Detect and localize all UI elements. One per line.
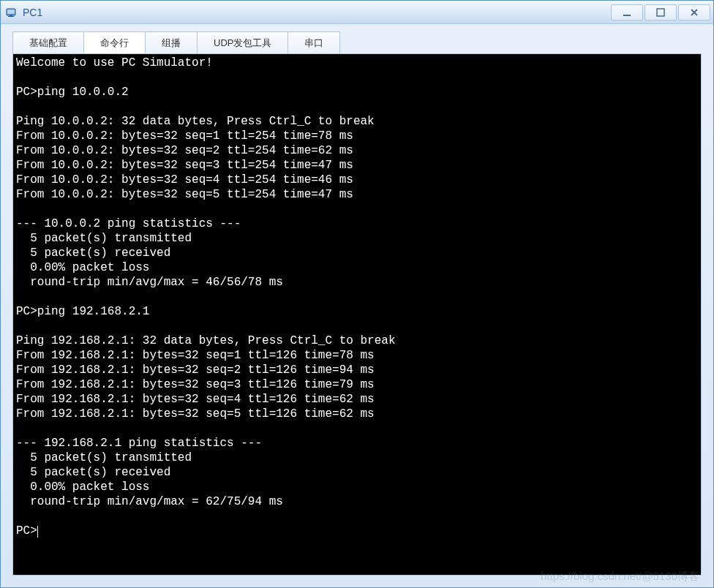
minimize-button[interactable] — [611, 4, 643, 20]
app-icon — [4, 5, 18, 20]
application-window: PC1 基础配置 命令行 组播 UDP发包工具 串口 Welcome to us… — [0, 0, 714, 588]
tab-multicast[interactable]: 组播 — [145, 31, 198, 53]
terminal-output[interactable]: Welcome to use PC Simulator! PC>ping 10.… — [12, 53, 702, 576]
svg-rect-1 — [7, 10, 15, 14]
tab-bar: 基础配置 命令行 组播 UDP发包工具 串口 — [12, 31, 702, 53]
window-controls — [611, 4, 710, 20]
window-title: PC1 — [23, 7, 611, 18]
close-button[interactable] — [678, 4, 710, 20]
tab-udp-packet-tool[interactable]: UDP发包工具 — [197, 31, 288, 53]
maximize-button[interactable] — [645, 4, 677, 20]
svg-rect-2 — [10, 15, 12, 16]
content-area: 基础配置 命令行 组播 UDP发包工具 串口 Welcome to use PC… — [1, 24, 713, 587]
svg-rect-3 — [8, 16, 14, 17]
svg-rect-4 — [623, 15, 631, 16]
tab-serial[interactable]: 串口 — [288, 31, 340, 53]
tab-basic-config[interactable]: 基础配置 — [12, 31, 84, 53]
tab-command-line[interactable]: 命令行 — [83, 31, 146, 53]
titlebar[interactable]: PC1 — [1, 1, 713, 24]
svg-rect-5 — [657, 9, 664, 16]
